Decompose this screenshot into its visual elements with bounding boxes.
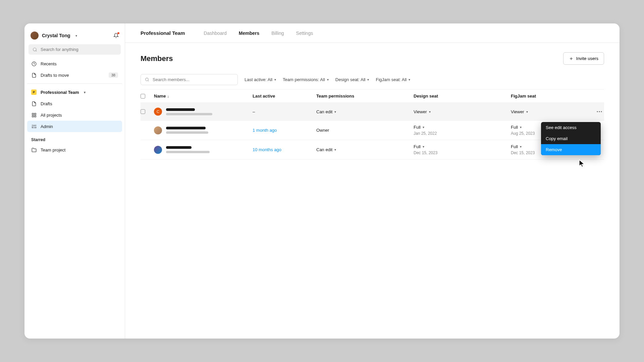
table-header-row: Name ↓ Last active Team permissions Desi… (141, 89, 604, 103)
design-seat-date: Dec 15, 2023 (414, 150, 511, 155)
svg-point-0 (33, 48, 36, 51)
member-info (166, 108, 212, 115)
starred-section-label: Starred (27, 132, 122, 144)
table-row[interactable]: C – Can edit ▾ Viewer ▾ (141, 103, 604, 121)
cursor-icon (579, 159, 585, 168)
row-checkbox[interactable] (141, 109, 145, 114)
tab-billing[interactable]: Billing (271, 31, 284, 36)
design-seat-select[interactable]: Viewer ▾ (414, 109, 511, 114)
design-seat-select[interactable]: Full ▾ (414, 144, 511, 149)
starred-item[interactable]: Team project (27, 144, 122, 156)
chevron-down-icon: ▾ (429, 110, 431, 114)
chevron-down-icon: ▾ (520, 145, 522, 148)
nav-label: Admin (41, 124, 53, 129)
nav-drafts[interactable]: Drafts (27, 98, 122, 109)
context-remove[interactable]: Remove (541, 144, 601, 155)
svg-rect-4 (34, 115, 36, 117)
nav-drafts-to-move[interactable]: Drafts to move 38 (27, 69, 122, 81)
svg-rect-5 (32, 115, 33, 117)
content-area: Members Invite users Last active: All ▾ … (125, 43, 620, 339)
svg-rect-2 (32, 113, 33, 114)
sort-down-icon: ↓ (167, 94, 169, 98)
permission-select[interactable]: Can edit ▾ (316, 109, 414, 114)
svg-point-19 (599, 111, 600, 112)
page-title: Members (141, 54, 173, 63)
notifications-button[interactable] (113, 33, 119, 38)
member-name-redacted (166, 108, 195, 111)
chevron-down-icon: ▾ (327, 78, 329, 81)
chevron-down-icon: ▾ (274, 78, 276, 81)
design-seat-date: Jan 25, 2022 (414, 131, 511, 136)
filters-row: Last active: All ▾ Team permissions: All… (141, 74, 604, 85)
col-last-active-header[interactable]: Last active (253, 94, 316, 99)
context-copy-email[interactable]: Copy email (541, 133, 601, 144)
col-permissions-header[interactable]: Team permissions (316, 94, 414, 99)
member-info (166, 146, 210, 153)
row-actions-button[interactable] (595, 107, 604, 116)
filter-team-permissions[interactable]: Team permissions: All ▾ (283, 77, 329, 82)
global-search[interactable] (29, 44, 121, 55)
team-name: Professional Team (41, 90, 79, 95)
sliders-icon (31, 124, 37, 129)
nav-label: All projects (41, 113, 62, 118)
design-seat-select[interactable]: Full ▾ (414, 125, 511, 130)
team-switcher[interactable]: P Professional Team ▾ (27, 86, 122, 98)
svg-point-18 (597, 111, 598, 112)
starred-item-label: Team project (41, 147, 65, 153)
search-icon (33, 47, 37, 52)
col-design-header[interactable]: Design seat (414, 94, 511, 99)
member-email-redacted (166, 151, 210, 153)
filter-design-seat[interactable]: Design seat: All ▾ (335, 77, 369, 82)
last-active-cell[interactable]: 10 months ago (253, 147, 316, 152)
tab-settings[interactable]: Settings (296, 31, 313, 36)
members-search-input[interactable] (153, 77, 233, 82)
notification-dot (117, 32, 119, 34)
nav-label: Recents (41, 61, 57, 66)
chevron-down-icon: ▾ (526, 110, 528, 114)
nav-admin[interactable]: Admin (27, 121, 122, 132)
more-horizontal-icon (597, 111, 602, 112)
members-search[interactable] (141, 74, 238, 85)
file-icon (31, 72, 37, 78)
tab-members[interactable]: Members (239, 31, 259, 36)
tab-dashboard[interactable]: Dashboard (204, 31, 227, 36)
svg-point-20 (601, 111, 602, 112)
row-context-menu: See edit access Copy email Remove (541, 122, 601, 155)
members-table: Name ↓ Last active Team permissions Desi… (141, 89, 604, 160)
filter-last-active[interactable]: Last active: All ▾ (245, 77, 276, 82)
member-avatar (154, 146, 162, 154)
svg-point-17 (146, 78, 149, 81)
filter-figjam-seat[interactable]: FigJam seat: All ▾ (376, 77, 410, 82)
select-all-checkbox[interactable] (141, 94, 145, 99)
col-figjam-header[interactable]: FigJam seat (511, 94, 595, 99)
nav-all-projects[interactable]: All projects (27, 109, 122, 121)
invite-users-button[interactable]: Invite users (563, 52, 604, 65)
svg-rect-3 (34, 113, 36, 114)
member-avatar (154, 126, 162, 134)
table-row[interactable]: 1 month ago Owner Full ▾ Jan 25, 2022 Fu (141, 121, 604, 140)
user-switcher[interactable]: Crystal Tong ▾ (27, 29, 122, 42)
chevron-down-icon: ▾ (423, 145, 424, 148)
search-icon (145, 77, 149, 82)
col-name-header[interactable]: Name ↓ (154, 94, 253, 99)
page-header: Members Invite users (141, 52, 604, 65)
topbar-team-name: Professional Team (141, 30, 185, 36)
context-see-edit-access[interactable]: See edit access (541, 122, 601, 133)
last-active-cell[interactable]: 1 month ago (253, 128, 316, 133)
figjam-seat-select[interactable]: Viewer ▾ (511, 109, 595, 114)
clock-icon (31, 61, 37, 66)
member-email-redacted (166, 113, 212, 115)
file-icon (31, 101, 37, 106)
user-name: Crystal Tong (42, 33, 71, 38)
chevron-down-icon: ▾ (84, 90, 86, 94)
table-row[interactable]: 10 months ago Can edit ▾ Full ▾ Dec 15, … (141, 140, 604, 160)
user-avatar (31, 32, 39, 40)
chevron-down-icon: ▾ (409, 78, 410, 81)
global-search-input[interactable] (41, 47, 117, 52)
permission-select[interactable]: Can edit ▾ (316, 147, 414, 152)
nav-recents[interactable]: Recents (27, 58, 122, 69)
chevron-down-icon: ▾ (334, 110, 336, 114)
chevron-down-icon: ▾ (75, 34, 77, 38)
main-content: Professional Team Dashboard Members Bill… (125, 23, 620, 339)
member-avatar: C (154, 108, 162, 116)
